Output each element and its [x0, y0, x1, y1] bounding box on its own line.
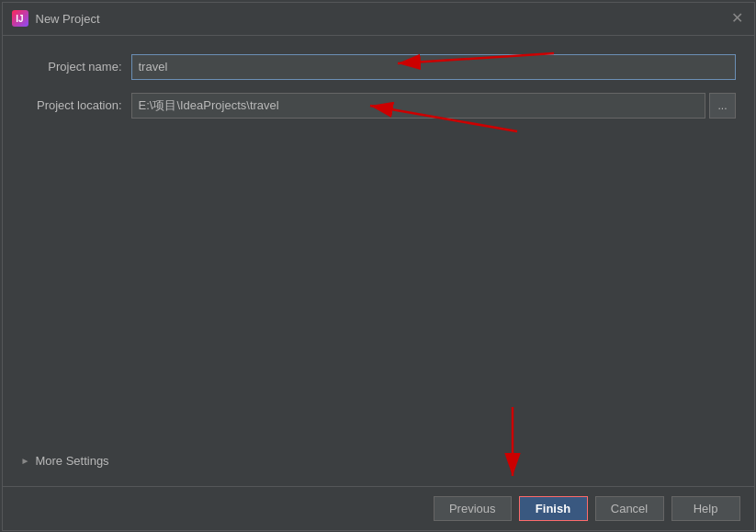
previous-button[interactable]: Previous	[434, 496, 512, 521]
help-button[interactable]: Help	[671, 496, 740, 521]
dialog-footer: Previous Finish Cancel Help	[3, 486, 754, 530]
logo-text: IJ	[16, 14, 23, 24]
more-settings-arrow-icon: ►	[21, 456, 30, 466]
new-project-dialog: IJ New Project ✕ Project name: Project l…	[2, 2, 755, 531]
dialog-title: New Project	[36, 12, 723, 26]
app-logo: IJ	[12, 10, 28, 27]
project-location-input[interactable]	[131, 93, 706, 119]
more-settings-label: More Settings	[35, 454, 108, 468]
dialog-content: Project name: Project location: ... ► Mo…	[3, 36, 754, 486]
project-name-label: Project name:	[21, 60, 131, 74]
title-bar: IJ New Project ✕	[3, 3, 754, 36]
project-name-row: Project name:	[21, 54, 736, 80]
browse-button[interactable]: ...	[709, 93, 735, 119]
finish-button[interactable]: Finish	[519, 496, 588, 521]
content-spacer	[21, 131, 736, 454]
project-location-row: Project location: ...	[21, 93, 736, 119]
project-name-input[interactable]	[131, 54, 736, 80]
cancel-button[interactable]: Cancel	[595, 496, 664, 521]
more-settings-row[interactable]: ► More Settings	[21, 454, 736, 477]
close-button[interactable]: ✕	[730, 11, 745, 26]
project-location-label: Project location:	[21, 98, 131, 112]
